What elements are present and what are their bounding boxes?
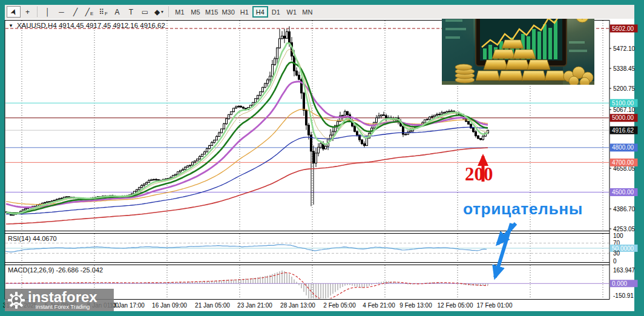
logo-wordmark: instaforex: [28, 290, 97, 304]
cursor-button[interactable]: ➤: [7, 6, 21, 18]
price-badge-label: 5000.00: [612, 114, 634, 121]
time-tick-label: 17 Feb 01:00: [477, 302, 513, 309]
timeframe-mn-button[interactable]: MN: [300, 6, 315, 18]
price-tick-label: 5067.10: [613, 107, 636, 113]
fibonacci-button[interactable]: ⠿F: [96, 6, 110, 18]
equidistant-channel-icon: ╱: [85, 8, 90, 16]
price-badge-label: 4800.00: [612, 144, 634, 151]
timeframe-h1-button[interactable]: H1: [237, 6, 252, 18]
price-badge-label: 5100.00: [612, 100, 634, 107]
time-tick-label: 16 Jan 09:00: [152, 302, 187, 309]
timeframe-m30-button[interactable]: M30: [220, 6, 236, 18]
timeframe-h4-button[interactable]: H4: [252, 6, 268, 18]
instaforex-gear-icon: [7, 291, 25, 309]
fibonacci-sub-label: F: [105, 11, 108, 16]
chart-title: ▼XAUUSD,H4 4914.45 4917.45 4912.16 4916.…: [8, 22, 165, 29]
macd-level-label: 163.947: [613, 267, 636, 274]
price-tick-label: 5472.10: [613, 45, 636, 52]
horizontal-line-icon: ─: [59, 8, 64, 16]
macd-indicator-label: MACD(12,26,9) -26.686 -25.042: [8, 266, 103, 274]
crosshair-button[interactable]: +: [21, 6, 34, 18]
mt4-terminal-window: ➤+│─╱╱E⠿FAT▭◆▾M1M5M15M30H1H4D1W1MN 5472.…: [0, 0, 644, 316]
logo-tagline: Instant Forex Trading: [35, 304, 90, 310]
toolbar-separator: [168, 7, 169, 17]
vertical-line-button[interactable]: │: [41, 6, 54, 18]
rsi-level-label: 0: [613, 258, 617, 265]
horizontal-line-button[interactable]: ─: [54, 6, 68, 18]
cursor-icon: ➤: [8, 7, 19, 16]
time-tick-label: 2 Feb 05:00: [323, 302, 356, 309]
time-tick-label: 28 Jan 13:00: [280, 302, 315, 309]
fibonacci-icon: ⠿: [99, 8, 104, 16]
chart-title-text: XAUUSD,H4 4914.45 4917.45 4912.16 4916.6…: [17, 22, 165, 29]
chart-dropdown-icon[interactable]: ▼: [8, 23, 13, 28]
annotation-negative: отрицательны: [463, 200, 583, 219]
time-tick-label: 9 Feb 13:00: [399, 302, 432, 309]
time-tick-label: 4 Feb 21:00: [363, 302, 395, 309]
time-tick-label: 13 Jan 17:00: [110, 302, 145, 309]
price-tick-label: 4253.05: [613, 226, 636, 232]
rectangle-button[interactable]: ▭: [138, 6, 152, 18]
price-badge-label: 5602.00: [612, 25, 634, 32]
arrows-icon: ◆: [154, 8, 160, 16]
rectangle-icon: ▭: [142, 8, 148, 16]
timeframe-m15-button[interactable]: M15: [203, 6, 220, 18]
equidistant-channel-button[interactable]: ╱E: [82, 6, 96, 18]
price-tick-label: 5338.45: [613, 65, 636, 72]
chevron-down-icon[interactable]: ▾: [161, 9, 163, 15]
macd-level-label: -150.91: [613, 292, 634, 299]
text-button[interactable]: A: [110, 6, 124, 18]
text-label-button[interactable]: T: [124, 6, 138, 18]
time-tick-label: 23 Jan 21:00: [237, 302, 272, 309]
timeframe-d1-button[interactable]: D1: [268, 6, 284, 18]
rsi-level-label: 30: [613, 250, 620, 257]
toolbar-separator: [37, 7, 38, 17]
text-label-icon: T: [129, 8, 133, 16]
time-tick-label: 21 Jan 05:00: [195, 302, 230, 309]
crosshair-icon: +: [25, 8, 30, 16]
vertical-line-icon: │: [45, 8, 50, 16]
toolbar: ➤+│─╱╱E⠿FAT▭◆▾M1M5M15M30H1H4D1W1MN: [5, 5, 634, 19]
timeframe-w1-button[interactable]: W1: [284, 6, 300, 18]
price-tick-label: 5200.75: [613, 85, 636, 92]
instaforex-logo: instaforex Instant Forex Trading: [5, 289, 114, 311]
price-badge-label: 4500.00: [612, 189, 634, 196]
time-tick-label: 12 Feb 05:00: [438, 302, 473, 309]
price-badge-label: 4916.62: [612, 127, 634, 134]
rsi-level-label: 100: [613, 232, 623, 239]
macd-level-badge: 0.000: [612, 280, 627, 287]
rsi-indicator-label: RSI(14) 44.0670: [8, 235, 57, 242]
trend-line-button[interactable]: ╱: [68, 6, 82, 18]
timeframe-m1-button[interactable]: M1: [172, 6, 188, 18]
equidistant-channel-sub-label: E: [90, 11, 93, 16]
trend-line-icon: ╱: [73, 8, 77, 16]
text-icon: A: [114, 8, 119, 16]
price-badge-label: 4700.00: [612, 159, 634, 166]
annotation-ma200: 200: [465, 163, 493, 185]
arrows-button[interactable]: ◆▾: [152, 6, 166, 18]
timeframe-m5-button[interactable]: M5: [188, 6, 203, 18]
price-tick-label: 4386.70: [613, 206, 636, 212]
